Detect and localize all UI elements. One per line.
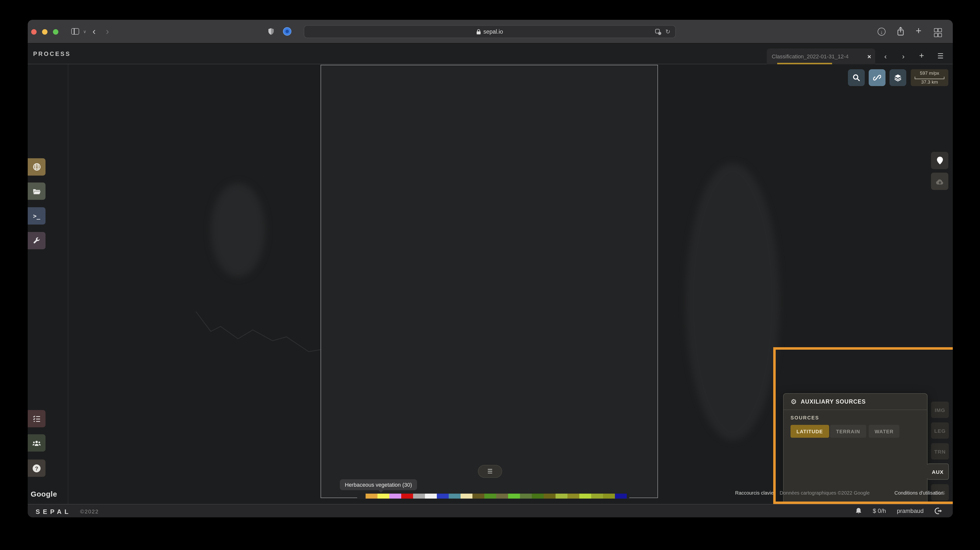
legend-swatch bbox=[496, 493, 508, 498]
link-icon bbox=[873, 74, 881, 82]
downloads-icon[interactable]: ↓ bbox=[878, 28, 886, 36]
gear-icon: ⚙ bbox=[791, 398, 797, 405]
legend-swatch bbox=[555, 493, 568, 498]
copyright: ©2022 bbox=[80, 509, 99, 514]
translate-icon[interactable] bbox=[655, 29, 662, 35]
map-landmass bbox=[686, 163, 780, 440]
legend-tooltip: Herbaceous vegetation (30) bbox=[340, 479, 417, 490]
browser-extension-icon[interactable] bbox=[283, 27, 291, 36]
map-search-button[interactable] bbox=[848, 69, 865, 86]
legend-swatch bbox=[449, 493, 461, 498]
tab-next-icon[interactable]: › bbox=[897, 48, 909, 63]
add-recipe-icon[interactable]: + bbox=[916, 48, 928, 63]
legend-swatch bbox=[603, 493, 615, 498]
app-footer: SEPAL ©2022 $ 0/h prambaud bbox=[28, 504, 953, 517]
source-button-water[interactable]: WATER bbox=[869, 425, 900, 438]
globe-icon bbox=[32, 163, 41, 171]
search-icon bbox=[853, 74, 860, 82]
tab-overview-icon[interactable] bbox=[934, 28, 941, 37]
side-tab-aux[interactable]: AUX bbox=[927, 463, 949, 480]
scale-bar bbox=[915, 76, 944, 79]
sidebar-item-process[interactable] bbox=[28, 158, 46, 176]
section-title: PROCESS bbox=[33, 51, 71, 57]
sidebar-item-tasks[interactable] bbox=[28, 410, 46, 428]
privacy-shield-icon[interactable] bbox=[267, 28, 275, 36]
map-data-attribution: Données cartographiques ©2022 Google bbox=[780, 490, 870, 496]
legend-swatch bbox=[615, 493, 627, 498]
users-icon bbox=[32, 439, 41, 447]
share-icon[interactable] bbox=[897, 27, 904, 36]
tab-close-icon[interactable]: × bbox=[867, 52, 871, 60]
legend-swatches[interactable] bbox=[357, 493, 629, 499]
legend-swatch bbox=[366, 493, 377, 498]
logout-icon[interactable] bbox=[934, 507, 942, 514]
username[interactable]: prambaud bbox=[897, 507, 924, 514]
recipe-menu-icon[interactable]: ☰ bbox=[934, 48, 947, 63]
back-icon[interactable]: ‹ bbox=[92, 27, 96, 36]
map-pin-icon bbox=[936, 156, 943, 165]
legend-swatch bbox=[579, 493, 591, 498]
browser-toolbar: ∨ ‹ › sepal.io ↻ ↓ bbox=[28, 20, 953, 43]
chevron-down-icon[interactable]: ∨ bbox=[83, 30, 86, 34]
notifications-bell-icon[interactable] bbox=[856, 507, 862, 514]
new-tab-icon[interactable]: + bbox=[916, 25, 921, 37]
help-icon: ? bbox=[33, 464, 41, 472]
lock-icon bbox=[476, 29, 481, 34]
cloud-download-icon bbox=[935, 178, 944, 185]
map-scale-indicator: 597 m/px 37.3 km bbox=[911, 69, 948, 86]
side-tab-trn[interactable]: TRN bbox=[931, 443, 949, 459]
map-canvas[interactable]: >_ ? 597 m bbox=[28, 64, 953, 504]
traffic-light-minimize[interactable] bbox=[42, 29, 48, 35]
traffic-light-close[interactable] bbox=[31, 29, 37, 35]
legend-swatch bbox=[591, 493, 603, 498]
legend-swatch bbox=[532, 493, 544, 498]
traffic-light-zoom[interactable] bbox=[53, 29, 58, 35]
legend-swatch bbox=[389, 493, 401, 498]
forward-icon[interactable]: › bbox=[106, 27, 109, 36]
sidebar-item-apps[interactable] bbox=[28, 232, 46, 249]
sidebar-item-terminal[interactable]: >_ bbox=[28, 207, 46, 224]
app-header: PROCESS Classification_2022-01-31_12-4 ×… bbox=[28, 43, 953, 64]
auxiliary-sources-panel: ⚙ AUXILIARY SOURCES SOURCES LATITUDE TER… bbox=[783, 393, 928, 504]
panel-title: AUXILIARY SOURCES bbox=[801, 399, 866, 405]
legend-swatch bbox=[425, 493, 437, 498]
map-terms-link[interactable]: Conditions d'utilisation bbox=[894, 490, 943, 496]
recipe-tab-label: Classification_2022-01-31_12-4 bbox=[772, 53, 865, 59]
side-tab-leg[interactable]: LEG bbox=[931, 423, 949, 439]
map-link-button[interactable] bbox=[869, 69, 886, 86]
folder-icon bbox=[32, 188, 41, 195]
aoi-rectangle bbox=[321, 65, 658, 498]
legend-swatch bbox=[484, 493, 496, 498]
layer-menu-button[interactable]: ☰ bbox=[478, 465, 502, 478]
legend-swatch bbox=[437, 493, 449, 498]
source-button-latitude[interactable]: LATITUDE bbox=[791, 425, 829, 438]
browser-window: ∨ ‹ › sepal.io ↻ ↓ bbox=[28, 20, 953, 517]
legend-swatch bbox=[473, 493, 484, 498]
legend-swatch bbox=[508, 493, 520, 498]
usage-cost[interactable]: $ 0/h bbox=[873, 507, 886, 514]
map-layers-button[interactable] bbox=[889, 69, 906, 86]
source-button-terrain[interactable]: TERRAIN bbox=[830, 425, 866, 438]
cloud-download-button[interactable] bbox=[931, 173, 948, 190]
sidebar-item-files[interactable] bbox=[28, 183, 46, 200]
legend-swatch bbox=[520, 493, 532, 498]
sources-section-label: SOURCES bbox=[791, 415, 819, 420]
sidebar-item-help[interactable]: ? bbox=[28, 459, 46, 477]
legend-swatch bbox=[544, 493, 555, 498]
map-shortcuts-link[interactable]: Raccourcis clavier bbox=[735, 490, 775, 496]
legend-swatch bbox=[401, 493, 413, 498]
legend-swatch bbox=[461, 493, 473, 498]
wrench-icon bbox=[33, 237, 41, 245]
address-bar[interactable]: sepal.io ↻ bbox=[304, 25, 676, 38]
tab-prev-icon[interactable]: ‹ bbox=[880, 48, 891, 63]
address-text: sepal.io bbox=[483, 29, 503, 35]
hamburger-icon: ☰ bbox=[487, 468, 493, 475]
side-tab-img[interactable]: IMG bbox=[931, 402, 949, 418]
reload-icon[interactable]: ↻ bbox=[665, 28, 670, 35]
sidebar-item-users[interactable] bbox=[28, 434, 46, 451]
sidebar-toggle-icon[interactable] bbox=[71, 28, 79, 35]
legend-tooltip-pointer bbox=[379, 490, 383, 493]
map-marker-button[interactable] bbox=[931, 152, 948, 169]
sidebar-divider bbox=[68, 64, 68, 504]
recipe-tab[interactable]: Classification_2022-01-31_12-4 × bbox=[767, 48, 875, 64]
